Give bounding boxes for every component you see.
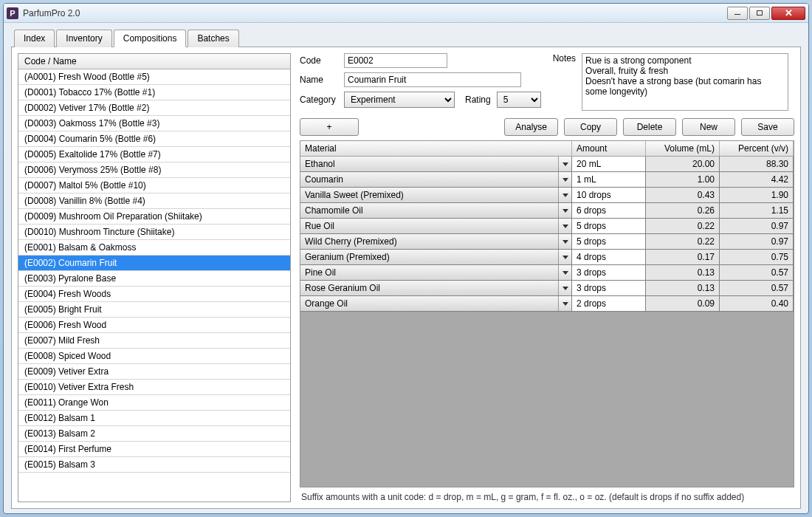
composition-row[interactable]: (D0004) Coumarin 5% (Bottle #6) [18,131,290,147]
material-cell[interactable]: Ethanol [300,157,572,171]
material-dropdown-icon[interactable] [558,250,571,264]
material-cell[interactable]: Vanilla Sweet (Premixed) [300,188,572,202]
material-cell[interactable]: Geranium (Premixed) [300,250,572,264]
composition-row[interactable]: (E0003) Pyralone Base [18,271,290,287]
composition-row[interactable]: (A0001) Fresh Wood (Bottle #5) [18,69,290,85]
material-cell[interactable]: Orange Oil [300,296,572,311]
add-material-button[interactable]: + [300,118,359,136]
composition-row[interactable]: (E0002) Coumarin Fruit [18,256,290,271]
window-title: ParfumPro 2.0 [23,8,727,18]
composition-row[interactable]: (D0006) Verymoss 25% (Bottle #8) [18,162,290,178]
percent-cell: 4.42 [720,172,794,187]
rating-select[interactable]: 5 [497,92,541,108]
code-input[interactable] [344,53,447,68]
col-header-amount[interactable]: Amount [572,141,646,156]
composition-row[interactable]: (D0010) Mushroom Tincture (Shiitake) [18,225,290,240]
material-dropdown-icon[interactable] [558,203,571,218]
volume-cell: 0.09 [646,296,720,311]
amount-cell[interactable]: 6 drops [572,203,646,218]
form-area: Code Name Category Experiment [300,53,794,112]
maximize-button[interactable] [749,7,770,20]
amount-cell[interactable]: 5 drops [572,234,646,249]
material-cell[interactable]: Pine Oil [300,265,572,280]
close-icon: ✕ [785,7,793,18]
percent-cell: 0.97 [720,219,794,233]
composition-row[interactable]: (E0009) Vetiver Extra [18,364,290,380]
col-header-percent[interactable]: Percent (v/v) [720,141,794,156]
tab-inventory[interactable]: Inventory [56,30,111,47]
composition-row[interactable]: (E0006) Fresh Wood [18,318,290,333]
amount-cell[interactable]: 1 mL [572,172,646,187]
amount-cell[interactable]: 3 drops [572,265,646,280]
composition-row[interactable]: (D0001) Tobacco 17% (Bottle #1) [18,85,290,100]
category-select[interactable]: Experiment [344,92,455,108]
volume-cell: 0.43 [646,188,720,202]
composition-list[interactable]: (A0001) Fresh Wood (Bottle #5)(D0001) To… [18,69,290,501]
material-cell[interactable]: Coumarin [300,172,572,187]
material-cell[interactable]: Chamomile Oil [300,203,572,218]
copy-button[interactable]: Copy [564,118,617,136]
composition-row[interactable]: (E0010) Vetiver Extra Fresh [18,380,290,395]
composition-row[interactable]: (E0011) Orange Won [18,395,290,411]
save-button[interactable]: Save [741,118,794,136]
material-cell[interactable]: Wild Cherry (Premixed) [300,234,572,249]
rating-label: Rating [465,95,491,105]
tab-batches[interactable]: Batches [187,30,238,47]
volume-cell: 0.22 [646,234,720,249]
volume-cell: 0.13 [646,265,720,280]
composition-row[interactable]: (D0003) Oakmoss 17% (Bottle #3) [18,116,290,131]
composition-row[interactable]: (E0008) Spiced Wood [18,349,290,364]
material-dropdown-icon[interactable] [558,265,571,280]
close-button[interactable]: ✕ [771,7,805,20]
composition-row[interactable]: (E0007) Mild Fresh [18,333,290,349]
amount-cell[interactable]: 5 drops [572,219,646,233]
amount-cell[interactable]: 10 drops [572,188,646,202]
button-row: + Analyse Copy Delete New Save [300,118,794,136]
material-dropdown-icon[interactable] [558,234,571,249]
material-dropdown-icon[interactable] [558,157,571,171]
tab-body: Code / Name (A0001) Fresh Wood (Bottle #… [11,47,801,509]
content-area: IndexInventoryCompositionsBatches Code /… [4,23,808,513]
material-dropdown-icon[interactable] [558,296,571,311]
composition-row[interactable]: (E0005) Bright Fruit [18,302,290,318]
composition-row[interactable]: (E0013) Balsam 2 [18,426,290,442]
composition-row[interactable]: (E0001) Balsam & Oakmoss [18,240,290,256]
composition-row[interactable]: (E0004) Fresh Woods [18,287,290,302]
percent-cell: 0.57 [720,265,794,280]
percent-cell: 1.15 [720,203,794,218]
amount-cell[interactable]: 20 mL [572,157,646,171]
materials-row: Wild Cherry (Premixed)5 drops0.220.97 [300,234,794,250]
delete-button[interactable]: Delete [623,118,676,136]
analyse-button[interactable]: Analyse [504,118,558,136]
minimize-button[interactable] [727,7,748,20]
material-dropdown-icon[interactable] [558,219,571,233]
notes-textarea[interactable]: Rue is a strong component Overall, fruit… [582,53,788,111]
percent-cell: 0.57 [720,281,794,295]
name-input[interactable] [344,72,521,87]
composition-row[interactable]: (E0015) Balsam 3 [18,457,290,473]
footer-hint: Suffix amounts with a unit code: d = dro… [300,487,794,502]
composition-row[interactable]: (D0005) Exaltolide 17% (Bottle #7) [18,147,290,162]
tab-compositions[interactable]: Compositions [114,30,187,47]
amount-cell[interactable]: 4 drops [572,250,646,264]
material-dropdown-icon[interactable] [558,281,571,295]
composition-list-header[interactable]: Code / Name [18,54,290,69]
composition-row[interactable]: (D0002) Vetiver 17% (Bottle #2) [18,100,290,116]
tab-index[interactable]: Index [14,30,55,47]
amount-cell[interactable]: 3 drops [572,281,646,295]
maximize-icon [757,10,763,16]
material-dropdown-icon[interactable] [558,172,571,187]
amount-cell[interactable]: 2 drops [572,296,646,311]
composition-row[interactable]: (D0007) Maltol 5% (Bottle #10) [18,178,290,194]
material-cell[interactable]: Rue Oil [300,219,572,233]
new-button[interactable]: New [682,118,735,136]
composition-row[interactable]: (E0014) First Perfume [18,442,290,457]
col-header-material[interactable]: Material [300,141,572,156]
col-header-volume[interactable]: Volume (mL) [646,141,720,156]
composition-row[interactable]: (D0009) Mushroom Oil Preparation (Shiita… [18,209,290,225]
composition-row[interactable]: (E0012) Balsam 1 [18,411,290,426]
material-dropdown-icon[interactable] [558,188,571,202]
category-label: Category [300,95,344,105]
material-cell[interactable]: Rose Geranium Oil [300,281,572,295]
composition-row[interactable]: (D0008) Vanillin 8% (Bottle #4) [18,194,290,209]
